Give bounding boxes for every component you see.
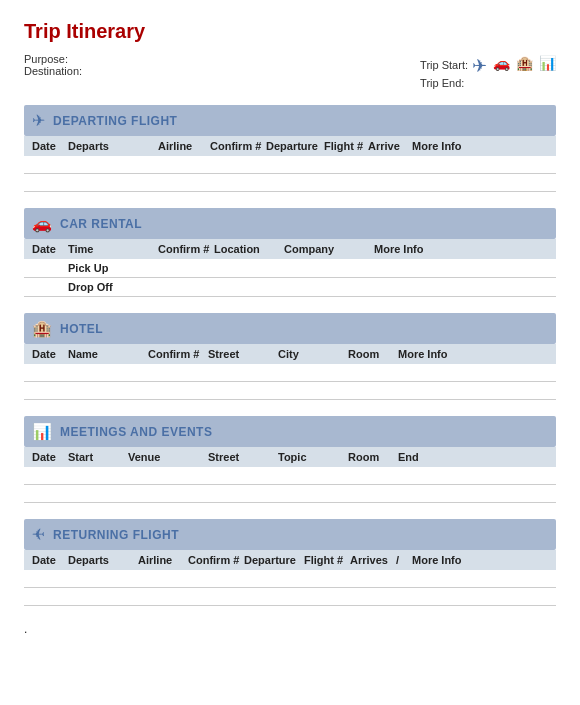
returning-flight-col-headers: Date Departs Airline Confirm # Departure… [24, 550, 556, 570]
car-rental-header: 🚗 CAR RENTAL [24, 208, 556, 239]
hotel-section: 🏨 HOTEL Date Name Confirm # Street City … [24, 313, 556, 400]
df-col-flight: Flight # [324, 140, 368, 152]
table-row [24, 382, 556, 400]
plane-departing-icon: ✈ [32, 111, 45, 130]
ht-col-room: Room [348, 348, 398, 360]
cr-col-confirm: Confirm # [158, 243, 214, 255]
rf-col-departs: Departs [68, 554, 138, 566]
rf-col-airline: Airline [138, 554, 188, 566]
ht-col-city: City [278, 348, 348, 360]
me-col-topic: Topic [278, 451, 348, 463]
meetings-section: 📊 MEETINGS AND EVENTS Date Start Venue S… [24, 416, 556, 503]
cr-col-time: Time [68, 243, 158, 255]
dropoff-row: Drop Off [24, 278, 556, 297]
car-rental-section: 🚗 CAR RENTAL Date Time Confirm # Locatio… [24, 208, 556, 297]
df-col-more: More Info [412, 140, 548, 152]
cr-col-more: More Info [374, 243, 548, 255]
plane-returning-icon: ✈ [32, 525, 45, 544]
hotel-icon: 🏨 [516, 55, 533, 77]
trip-end-label: Trip End: [420, 77, 464, 89]
hotel-section-icon: 🏨 [32, 319, 52, 338]
footer: . [24, 622, 556, 636]
returning-flight-title: RETURNING FLIGHT [53, 528, 179, 542]
pickup-row: Pick Up [24, 259, 556, 278]
meetings-col-headers: Date Start Venue Street Topic Room End [24, 447, 556, 467]
meta-right: Trip Start: ✈ 🚗 🏨 📊 Trip End: [420, 53, 556, 89]
departing-flight-section: ✈ DEPARTING FLIGHT Date Departs Airline … [24, 105, 556, 192]
departing-flight-col-headers: Date Departs Airline Confirm # Departure… [24, 136, 556, 156]
ht-col-date: Date [32, 348, 68, 360]
purpose-label: Purpose: [24, 53, 82, 65]
returning-flight-section: ✈ RETURNING FLIGHT Date Departs Airline … [24, 519, 556, 606]
meetings-rows [24, 467, 556, 503]
table-row [24, 174, 556, 192]
table-row [24, 364, 556, 382]
me-col-end: End [398, 451, 548, 463]
me-col-date: Date [32, 451, 68, 463]
ht-col-name: Name [68, 348, 148, 360]
table-row [24, 156, 556, 174]
meetings-header: 📊 MEETINGS AND EVENTS [24, 416, 556, 447]
table-row [24, 485, 556, 503]
df-col-date: Date [32, 140, 68, 152]
ht-col-confirm: Confirm # [148, 348, 208, 360]
df-col-departs: Departs [68, 140, 158, 152]
meetings-icon: 📊 [32, 422, 52, 441]
df-col-airline: Airline [158, 140, 210, 152]
ht-col-more: More Info [398, 348, 548, 360]
hotel-header: 🏨 HOTEL [24, 313, 556, 344]
table-row [24, 467, 556, 485]
departing-flight-header: ✈ DEPARTING FLIGHT [24, 105, 556, 136]
hotel-title: HOTEL [60, 322, 103, 336]
car-rental-title: CAR RENTAL [60, 217, 142, 231]
returning-flight-header: ✈ RETURNING FLIGHT [24, 519, 556, 550]
rf-col-arrives: Arrives [350, 554, 396, 566]
returning-flight-rows [24, 570, 556, 606]
me-col-venue: Venue [128, 451, 208, 463]
meetings-title: MEETINGS AND EVENTS [60, 425, 212, 439]
rf-col-date: Date [32, 554, 68, 566]
df-col-departure: Departure [266, 140, 324, 152]
departing-flight-rows [24, 156, 556, 192]
page-title: Trip Itinerary [24, 20, 556, 43]
plane-icon: ✈ [472, 55, 487, 77]
meta-left: Purpose: Destination: [24, 53, 82, 77]
rf-col-slash: / [396, 554, 412, 566]
rf-col-confirm: Confirm # [188, 554, 244, 566]
destination-label: Destination: [24, 65, 82, 77]
cr-col-location: Location [214, 243, 284, 255]
rf-col-flight: Flight # [304, 554, 350, 566]
me-col-street: Street [208, 451, 278, 463]
ht-col-street: Street [208, 348, 278, 360]
car-rental-col-headers: Date Time Confirm # Location Company Mor… [24, 239, 556, 259]
me-col-room: Room [348, 451, 398, 463]
hotel-col-headers: Date Name Confirm # Street City Room Mor… [24, 344, 556, 364]
rf-col-departure: Departure [244, 554, 304, 566]
trip-start-label: Trip Start: [420, 59, 468, 71]
df-col-arrive: Arrive [368, 140, 412, 152]
hotel-rows [24, 364, 556, 400]
rf-col-more: More Info [412, 554, 548, 566]
me-col-start: Start [68, 451, 128, 463]
cr-col-company: Company [284, 243, 374, 255]
df-col-confirm: Confirm # [210, 140, 266, 152]
trip-start-row: Trip Start: ✈ 🚗 🏨 📊 [420, 53, 556, 77]
chart-icon: 📊 [539, 55, 556, 77]
cr-col-date: Date [32, 243, 68, 255]
trip-end-row: Trip End: [420, 77, 464, 89]
table-row [24, 588, 556, 606]
footer-dot: . [24, 622, 27, 636]
car-icon: 🚗 [493, 55, 510, 77]
table-row [24, 570, 556, 588]
car-rental-icon: 🚗 [32, 214, 52, 233]
meta-section: Purpose: Destination: Trip Start: ✈ 🚗 🏨 … [24, 53, 556, 89]
departing-flight-title: DEPARTING FLIGHT [53, 114, 177, 128]
trip-icons: ✈ 🚗 🏨 📊 [472, 55, 556, 77]
